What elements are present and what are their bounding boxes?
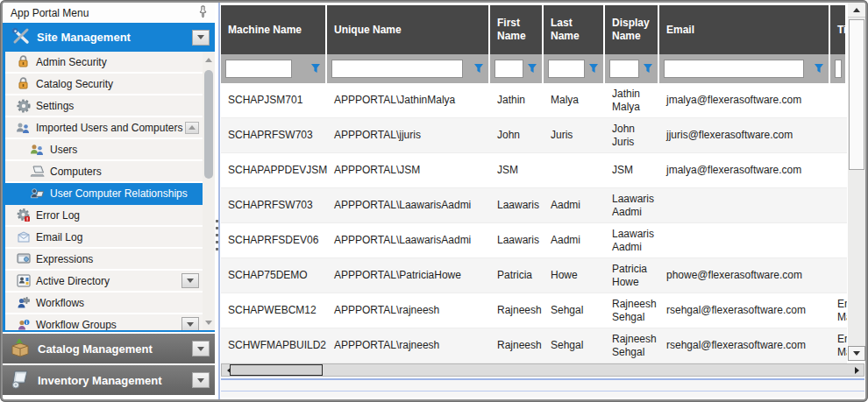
filter-funnel-icon[interactable] xyxy=(588,61,599,77)
cell-first-name: Rajneesh xyxy=(490,293,544,328)
catalog-management-dropdown-button[interactable] xyxy=(192,341,210,356)
status-area xyxy=(221,378,864,398)
table-row[interactable]: SCHWFMAPBUILD2APPPORTAL\rajneeshRajneesh… xyxy=(221,328,847,363)
cell-email: rsehgal@flexerasoftware.com xyxy=(659,328,830,363)
sidebar-titlebar: App Portal Menu xyxy=(3,3,215,23)
sidebar-item-error-log[interactable]: Error Log xyxy=(5,205,215,227)
scroll-right-arrow[interactable] xyxy=(850,364,864,376)
sidebar-item-settings[interactable]: Settings xyxy=(5,95,215,117)
cell-machine-name: SCHAPWEBCM12 xyxy=(221,293,327,328)
column-header-machine-name[interactable]: Machine Name xyxy=(221,5,327,54)
cell-last-name: Aadmi xyxy=(544,223,605,258)
site-management-menu: Admin SecurityCatalog SecuritySettingsIm… xyxy=(3,52,215,332)
section-site-management[interactable]: Site Management xyxy=(3,23,215,52)
scroll-down-arrow[interactable] xyxy=(203,316,215,328)
scroll-up-arrow[interactable] xyxy=(203,53,215,66)
scrollbar-thumb[interactable] xyxy=(204,70,213,179)
site-management-dropdown-button[interactable] xyxy=(192,30,210,46)
filter-input-first-name[interactable] xyxy=(494,60,523,78)
cell-last-name: Sehgal xyxy=(544,328,605,363)
column-header-last-name[interactable]: Last Name xyxy=(544,5,605,54)
column-header-unique-name[interactable]: Unique Name xyxy=(327,5,490,54)
computer-icon xyxy=(30,166,45,177)
cell-unique-name: APPPORTAL\JathinMalya xyxy=(327,83,490,118)
pin-icon[interactable] xyxy=(198,5,208,21)
filter-input-display-name[interactable] xyxy=(609,60,639,78)
scroll-up-arrow[interactable] xyxy=(848,3,865,18)
cell-last-name: Howe xyxy=(544,258,605,293)
sidebar-item-imported-users-and-computers[interactable]: Imported Users and Computers xyxy=(5,117,215,139)
cell-machine-name: SCHAP75DEMO xyxy=(221,258,327,293)
table-row[interactable]: SCHAPWEBCM12APPPORTAL\rajneeshRajneeshSe… xyxy=(221,293,847,328)
cell-machine-name: SCHAPJSM701 xyxy=(221,83,327,118)
grid-header-row: Machine NameUnique NameFirst NameLast Na… xyxy=(221,5,847,54)
cell-display-name: Patricia Howe xyxy=(605,258,659,293)
section-catalog-management[interactable]: Catalog Management xyxy=(3,334,215,363)
sidebar-item-admin-security[interactable]: Admin Security xyxy=(5,52,215,74)
table-row[interactable]: SCHAPRFSW703APPPORTAL\LaawarisAadmiLaawa… xyxy=(221,188,847,223)
sidebar-item-workflow-groups[interactable]: Workflow Groups xyxy=(5,314,215,332)
cell-machine-name: SCHAPRFSW703 xyxy=(221,188,327,223)
filter-funnel-icon[interactable] xyxy=(310,61,321,77)
filter-input-last-name[interactable] xyxy=(548,60,585,78)
sidebar-item-users[interactable]: Users xyxy=(5,139,215,161)
filter-input-email[interactable] xyxy=(664,60,804,78)
sidebar-item-expressions[interactable]: Expressions xyxy=(5,249,215,271)
cell-last-name: Malya xyxy=(544,83,605,118)
cell-title xyxy=(830,223,847,258)
column-header-display-name[interactable]: Display Name xyxy=(605,5,659,54)
sidebar-item-email-log[interactable]: Email Log xyxy=(5,227,215,249)
cell-display-name: John Juris xyxy=(605,118,659,153)
table-row[interactable]: SCHAPJSM701APPPORTAL\JathinMalyaJathinMa… xyxy=(221,83,847,118)
filter-funnel-icon[interactable] xyxy=(814,61,824,77)
cell-email: jmalya@flexerasoftware.com xyxy=(659,83,830,118)
cell-unique-name: APPPORTAL\LaawarisAadmi xyxy=(327,223,490,258)
table-row[interactable]: SCHAPRFSW703APPPORTAL\jjurisJohnJurisJoh… xyxy=(221,118,847,153)
user-computer-icon xyxy=(30,187,45,200)
main-panel: Machine NameUnique NameFirst NameLast Na… xyxy=(218,3,865,399)
filter-funnel-icon[interactable] xyxy=(527,61,537,77)
expression-icon xyxy=(16,253,31,264)
scrollbar-thumb[interactable] xyxy=(230,364,323,376)
sidebar-item-computers[interactable]: Computers xyxy=(5,161,215,183)
filter-funnel-icon[interactable] xyxy=(643,61,653,77)
filter-input-unique-name[interactable] xyxy=(331,60,463,78)
table-row[interactable]: SCHAPRFSDEV06APPPORTAL\LaawarisAadmiLaaw… xyxy=(221,223,847,258)
column-header-email[interactable]: Email xyxy=(659,5,830,54)
group-icon xyxy=(16,122,31,134)
inventory-management-dropdown-button[interactable] xyxy=(192,372,210,388)
grid-vertical-scrollbar[interactable] xyxy=(848,3,865,361)
collapse-button[interactable] xyxy=(185,122,199,134)
gear-error-icon xyxy=(16,208,31,222)
sidebar-item-user-computer-relationships[interactable]: User Computer Relationships xyxy=(5,183,215,205)
sidebar-item-active-directory[interactable]: Active Directory xyxy=(5,271,215,293)
scroll-down-arrow[interactable] xyxy=(848,346,865,361)
dropdown-button[interactable] xyxy=(181,317,199,332)
cell-first-name: Laawaris xyxy=(490,188,544,223)
section-inventory-management[interactable]: Inventory Management xyxy=(3,365,215,395)
column-header-first-name[interactable]: First Name xyxy=(490,5,544,54)
filter-funnel-icon[interactable] xyxy=(473,61,484,77)
cell-last-name: Sehgal xyxy=(544,293,605,328)
cell-email: jmalya@flexerasoftware.com xyxy=(659,153,830,188)
table-row[interactable]: SCHAPAPPDEVJSMAPPPORTAL\JSMJSMJSMjmalya@… xyxy=(221,153,847,188)
cell-title xyxy=(830,83,847,118)
sidebar-item-label: User Computer Relationships xyxy=(50,187,188,200)
table-row[interactable]: SCHAP75DEMOAPPPORTAL\PatriciaHowePatrici… xyxy=(221,258,847,293)
cell-display-name: JSM xyxy=(605,153,659,188)
sidebar-item-label: Users xyxy=(50,144,77,156)
grid-horizontal-scrollbar[interactable] xyxy=(221,363,864,377)
sidebar: App Portal Menu Site Management xyxy=(3,3,215,399)
sidebar-item-label: Workflow Groups xyxy=(36,319,117,331)
sidebar-scrollbar[interactable] xyxy=(203,52,215,330)
cell-unique-name: APPPORTAL\PatriciaHowe xyxy=(327,258,490,293)
sidebar-item-workflows[interactable]: Workflows xyxy=(5,293,215,314)
filter-input-machine-name[interactable] xyxy=(225,60,292,78)
filter-input-title[interactable] xyxy=(835,60,842,78)
dropdown-button[interactable] xyxy=(181,273,199,288)
cell-title xyxy=(830,258,847,293)
sidebar-item-catalog-security[interactable]: Catalog Security xyxy=(5,74,215,95)
workflow-group-icon xyxy=(16,319,31,331)
column-header-title[interactable]: Title xyxy=(830,5,847,54)
scrollbar-thumb[interactable] xyxy=(849,19,864,170)
